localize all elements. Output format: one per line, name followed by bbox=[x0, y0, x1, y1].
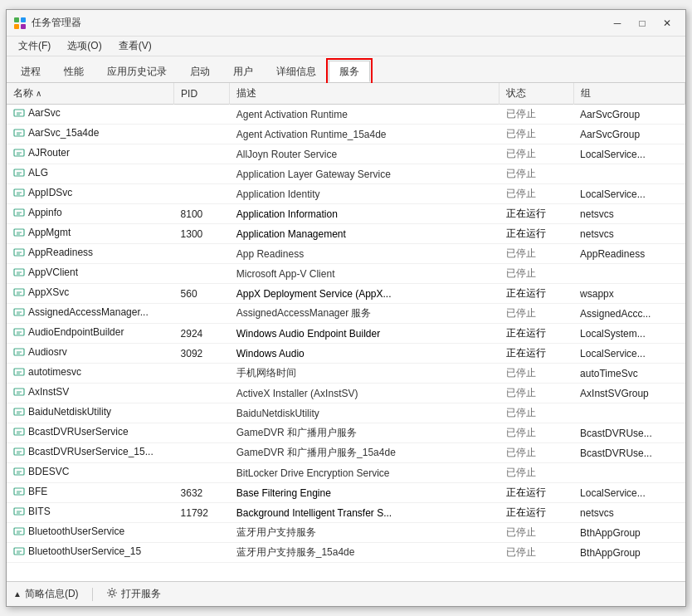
table-row[interactable]: AxInstSV ActiveX Installer (AxInstSV) 已停… bbox=[7, 384, 685, 403]
table-row[interactable]: BDESVC BitLocker Drive Encryption Servic… bbox=[7, 463, 685, 483]
cell-status: 正在运行 bbox=[500, 324, 574, 344]
cell-status: 正在运行 bbox=[500, 224, 574, 244]
cell-desc: GameDVR 和广播用户服务_15a4de bbox=[230, 443, 500, 463]
tab-users[interactable]: 用户 bbox=[222, 61, 264, 82]
cell-status: 已停止 bbox=[500, 304, 574, 324]
cell-desc: Windows Audio Endpoint Builder bbox=[230, 324, 500, 344]
col-header-status[interactable]: 状态 bbox=[500, 83, 574, 105]
table-row[interactable]: AppVClient Microsoft App-V Client 已停止 bbox=[7, 264, 685, 284]
menu-file[interactable]: 文件(F) bbox=[12, 37, 57, 55]
table-body: AarSvc Agent Activation Runtime 已停止 AarS… bbox=[7, 105, 685, 563]
brief-info-label[interactable]: 简略信息(D) bbox=[25, 587, 79, 601]
task-manager-window: 任务管理器 ─ □ ✕ 文件(F) 选项(O) 查看(V) 进程 性能 应用历史… bbox=[6, 9, 686, 607]
table-row[interactable]: BluetoothUserService 蓝牙用户支持服务 已停止 BthApp… bbox=[7, 523, 685, 543]
table-row[interactable]: AppMgmt 1300 Application Management 正在运行… bbox=[7, 224, 685, 244]
table-header-row: 名称 ∧ PID 描述 状态 组 bbox=[7, 83, 685, 105]
service-name-text: AudioEndpointBuilder bbox=[28, 326, 124, 338]
svg-point-27 bbox=[110, 591, 114, 595]
cell-desc: Microsoft App-V Client bbox=[230, 264, 500, 284]
tab-performance[interactable]: 性能 bbox=[53, 61, 95, 82]
table-row[interactable]: Appinfo 8100 Application Information 正在运… bbox=[7, 204, 685, 224]
cell-group: LocalService... bbox=[573, 144, 685, 164]
cell-name: AudioEndpointBuilder bbox=[7, 324, 174, 344]
table-row[interactable]: AJRouter AllJoyn Router Service 已停止 Loca… bbox=[7, 144, 685, 164]
title-bar-left: 任务管理器 bbox=[13, 16, 81, 30]
table-row[interactable]: AppReadiness App Readiness 已停止 AppReadin… bbox=[7, 244, 685, 264]
table-row[interactable]: Audiosrv 3092 Windows Audio 正在运行 LocalSe… bbox=[7, 344, 685, 364]
cell-name: AppReadiness bbox=[7, 244, 174, 264]
cell-group: netsvcs bbox=[573, 204, 685, 224]
table-row[interactable]: AppXSvc 560 AppX Deployment Service (App… bbox=[7, 284, 685, 304]
service-name-text: BcastDVRUserService_15... bbox=[28, 446, 154, 457]
cell-desc: Agent Activation Runtime bbox=[230, 105, 500, 125]
table-row[interactable]: BITS 11792 Background Intelligent Transf… bbox=[7, 503, 685, 523]
table-row[interactable]: AarSvc Agent Activation Runtime 已停止 AarS… bbox=[7, 105, 685, 125]
footer-divider bbox=[92, 588, 93, 601]
svg-rect-2 bbox=[14, 24, 19, 29]
cell-group: BthAppGroup bbox=[573, 523, 685, 543]
cell-desc: Application Information bbox=[230, 204, 500, 224]
cell-status: 正在运行 bbox=[500, 284, 574, 304]
cell-pid bbox=[174, 304, 230, 324]
cell-desc: Application Identity bbox=[230, 184, 500, 204]
cell-pid bbox=[174, 423, 230, 443]
minimize-button[interactable]: ─ bbox=[606, 15, 629, 32]
cell-status: 正在运行 bbox=[500, 483, 574, 503]
cell-name: AppVClient bbox=[7, 264, 174, 284]
table-row[interactable]: ALG Application Layer Gateway Service 已停… bbox=[7, 164, 685, 184]
table-row[interactable]: AssignedAccessManager... AssignedAccessM… bbox=[7, 304, 685, 324]
services-table-container[interactable]: 名称 ∧ PID 描述 状态 组 AarSvc Agent Activation… bbox=[7, 83, 685, 581]
table-row[interactable]: BaiduNetdiskUtility BaiduNetdiskUtility … bbox=[7, 403, 685, 423]
cell-name: AarSvc bbox=[7, 105, 174, 125]
cell-group bbox=[573, 164, 685, 184]
cell-status: 已停止 bbox=[500, 443, 574, 463]
col-header-desc[interactable]: 描述 bbox=[230, 83, 500, 105]
close-button[interactable]: ✕ bbox=[655, 15, 679, 32]
col-header-pid[interactable]: PID bbox=[174, 83, 230, 105]
service-name-text: BcastDVRUserService bbox=[28, 426, 129, 438]
table-row[interactable]: AudioEndpointBuilder 2924 Windows Audio … bbox=[7, 324, 685, 344]
cell-pid: 560 bbox=[174, 284, 230, 304]
cell-name: autotimesvc bbox=[7, 364, 174, 384]
cell-name: ALG bbox=[7, 164, 174, 184]
cell-pid bbox=[174, 403, 230, 423]
services-gear-icon bbox=[106, 587, 118, 601]
table-row[interactable]: autotimesvc 手机网络时间 已停止 autoTimeSvc bbox=[7, 364, 685, 384]
tab-startup[interactable]: 启动 bbox=[179, 61, 221, 82]
cell-status: 已停止 bbox=[500, 463, 574, 483]
cell-name: BITS bbox=[7, 503, 174, 523]
svg-rect-3 bbox=[21, 24, 26, 29]
cell-status: 正在运行 bbox=[500, 204, 574, 224]
cell-status: 已停止 bbox=[500, 403, 574, 423]
table-row[interactable]: AarSvc_15a4de Agent Activation Runtime_1… bbox=[7, 125, 685, 144]
cell-name: AJRouter bbox=[7, 144, 174, 164]
cell-pid: 3092 bbox=[174, 344, 230, 364]
tab-app-history[interactable]: 应用历史记录 bbox=[96, 61, 178, 82]
tab-services[interactable]: 服务 bbox=[329, 61, 370, 82]
open-services-label[interactable]: 打开服务 bbox=[121, 587, 161, 601]
table-row[interactable]: BcastDVRUserService_15... GameDVR 和广播用户服… bbox=[7, 443, 685, 463]
tab-process[interactable]: 进程 bbox=[10, 61, 51, 82]
brief-info-button[interactable]: ▲ 简略信息(D) bbox=[13, 587, 79, 601]
cell-name: BluetoothUserService_15 bbox=[7, 543, 174, 563]
table-row[interactable]: AppIDSvc Application Identity 已停止 LocalS… bbox=[7, 184, 685, 204]
col-header-name[interactable]: 名称 ∧ bbox=[7, 83, 174, 105]
col-header-group[interactable]: 组 bbox=[573, 83, 685, 105]
open-services-button[interactable]: 打开服务 bbox=[106, 587, 161, 601]
cell-group: autoTimeSvc bbox=[573, 364, 685, 384]
service-name-text: BITS bbox=[28, 506, 51, 517]
cell-group: LocalService... bbox=[573, 184, 685, 204]
maximize-button[interactable]: □ bbox=[631, 15, 654, 32]
cell-name: BcastDVRUserService bbox=[7, 423, 174, 443]
svg-rect-0 bbox=[14, 17, 19, 22]
cell-name: AppMgmt bbox=[7, 224, 174, 244]
tab-details[interactable]: 详细信息 bbox=[266, 61, 327, 82]
cell-name: AssignedAccessManager... bbox=[7, 304, 174, 324]
table-row[interactable]: BFE 3632 Base Filtering Engine 正在运行 Loca… bbox=[7, 483, 685, 503]
menu-options[interactable]: 选项(O) bbox=[61, 37, 108, 55]
table-row[interactable]: BluetoothUserService_15 蓝牙用户支持服务_15a4de … bbox=[7, 543, 685, 563]
menu-view[interactable]: 查看(V) bbox=[112, 37, 158, 55]
table-row[interactable]: BcastDVRUserService GameDVR 和广播用户服务 已停止 … bbox=[7, 423, 685, 443]
cell-name: AppXSvc bbox=[7, 284, 174, 304]
service-name-text: Audiosrv bbox=[28, 346, 67, 358]
